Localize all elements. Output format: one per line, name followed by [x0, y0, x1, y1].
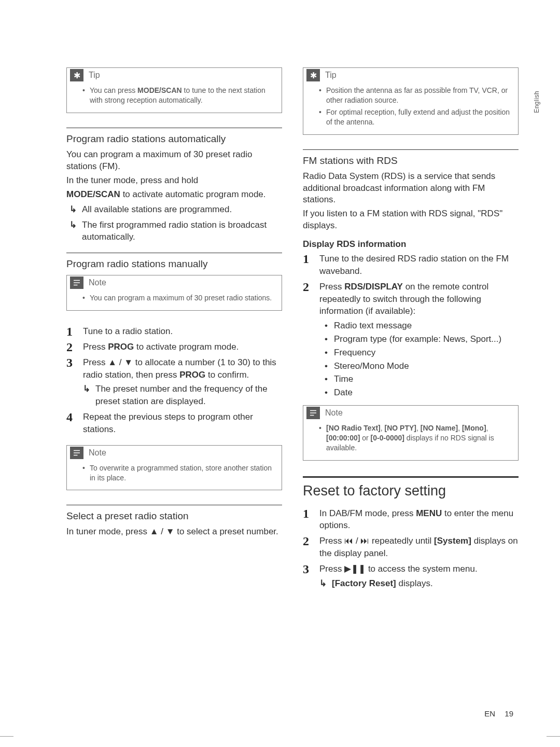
note-icon	[70, 447, 83, 459]
body-text: In the tuner mode, press and hold	[66, 175, 282, 187]
bullet-item: Time	[325, 373, 519, 385]
step-item: Tune to a radio station.	[66, 325, 282, 338]
result-list: All available stations are programmed.Th…	[66, 204, 282, 244]
heading-manual-program: Program radio stations manually	[66, 258, 282, 270]
list-item: [NO Radio Text], [NO PTY], [NO Name], [M…	[319, 423, 513, 453]
note-box: Note To overwrite a programmed station, …	[66, 445, 282, 491]
list-item: All available stations are programmed.	[66, 204, 282, 216]
step-item: Press ▶❚❚ to access the system menu.[Fac…	[303, 563, 519, 590]
list-item: Position the antenna as far as possible …	[319, 86, 513, 105]
steps-reset: In DAB/FM mode, press MENU to enter the …	[303, 507, 519, 590]
tip-list: Position the antenna as far as possible …	[319, 86, 513, 127]
tip-label: Tip	[89, 71, 100, 80]
heading-fm-rds: FM stations with RDS	[303, 155, 519, 167]
page-footer: EN 19	[484, 709, 513, 718]
heading-select-preset: Select a preset radio station	[66, 510, 282, 522]
subheading-rds-info: Display RDS information	[303, 239, 519, 250]
note-icon	[306, 407, 320, 419]
body-text: You can program a maximum of 30 preset r…	[66, 149, 282, 173]
bullet-item: Program type (for example: News, Sport..…	[325, 333, 519, 345]
right-column: ✱ Tip Position the antenna as far as pos…	[303, 67, 519, 592]
body-text: MODE/SCAN to activate automatic program …	[66, 189, 282, 201]
body-text: In tuner mode, press ▲ / ▼ to select a p…	[66, 526, 282, 538]
bullet-item: Radio text message	[325, 320, 519, 332]
page-content: ✱ Tip You can press MODE/SCAN to tune to…	[0, 0, 560, 624]
steps-rds: Tune to the desired RDS radio station on…	[303, 253, 519, 399]
body-text: If you listen to a FM station with RDS s…	[303, 208, 519, 232]
step-item: Press ▲ / ▼ to allocate a number (1 to 3…	[66, 356, 282, 408]
step-item: Repeat the previous steps to program oth…	[66, 411, 282, 436]
note-label: Note	[89, 278, 106, 287]
asterisk-icon: ✱	[70, 69, 83, 81]
body-text: Radio Data System (RDS) is a service tha…	[303, 171, 519, 206]
tip-box: ✱ Tip You can press MODE/SCAN to tune to…	[66, 67, 282, 113]
note-label: Note	[89, 448, 106, 458]
step-item: Tune to the desired RDS radio station on…	[303, 253, 519, 278]
note-list: To overwrite a programmed station, store…	[82, 463, 276, 483]
step-item: Press RDS/DISPLAY on the remote control …	[303, 281, 519, 399]
crop-mark	[547, 736, 560, 737]
bullet-item: Stereo/Mono Mode	[325, 360, 519, 372]
note-box: Note You can program a maximum of 30 pre…	[66, 275, 282, 311]
step-item: In DAB/FM mode, press MENU to enter the …	[303, 507, 519, 532]
footer-lang: EN	[484, 709, 495, 718]
asterisk-icon: ✱	[306, 69, 320, 81]
note-list: [NO Radio Text], [NO PTY], [NO Name], [M…	[319, 423, 513, 453]
result-item: The preset number and the frequency of t…	[83, 383, 282, 408]
steps-manual: Tune to a radio station.Press PROG to ac…	[66, 325, 282, 435]
step-item: Press ⏮ / ⏭ repeatedly until [System] di…	[303, 535, 519, 560]
list-item: You can press MODE/SCAN to tune to the n…	[82, 86, 276, 105]
heading-auto-program: Program radio stations automatically	[66, 133, 282, 145]
result-item: [Factory Reset] displays.	[319, 577, 519, 590]
bullet-item: Date	[325, 386, 519, 399]
language-tab: English	[533, 91, 540, 113]
note-label: Note	[325, 408, 343, 418]
tip-box: ✱ Tip Position the antenna as far as pos…	[303, 67, 519, 135]
crop-mark	[0, 736, 13, 737]
footer-page: 19	[505, 709, 513, 718]
list-item: To overwrite a programmed station, store…	[82, 463, 276, 483]
bullet-item: Frequency	[325, 347, 519, 359]
list-item: You can program a maximum of 30 preset r…	[82, 293, 276, 303]
note-icon	[70, 276, 83, 289]
tip-label: Tip	[325, 71, 337, 80]
list-item: For optimal reception, fully extend and …	[319, 107, 513, 127]
note-box: Note [NO Radio Text], [NO PTY], [NO Name…	[303, 405, 519, 461]
tip-list: You can press MODE/SCAN to tune to the n…	[82, 86, 276, 105]
left-column: ✱ Tip You can press MODE/SCAN to tune to…	[66, 67, 282, 592]
heading-factory-reset: Reset to factory setting	[303, 483, 519, 499]
step-item: Press PROG to activate program mode.	[66, 341, 282, 353]
note-list: You can program a maximum of 30 preset r…	[82, 293, 276, 303]
list-item: The first programmed radio station is br…	[66, 219, 282, 243]
